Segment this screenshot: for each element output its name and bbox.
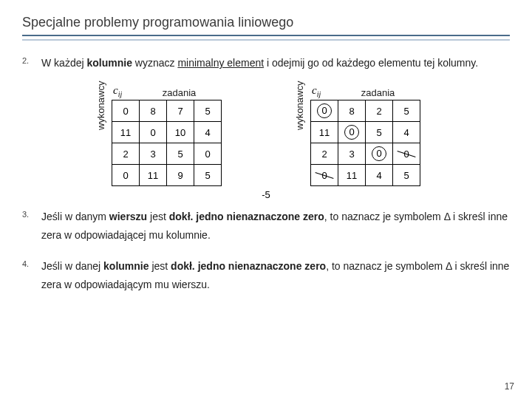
matrix-cell: 5 <box>194 165 222 186</box>
matrix-cell: 0 <box>194 143 222 165</box>
matrix-cell: 0 <box>112 165 140 186</box>
matrix-cell: 4 <box>393 122 420 143</box>
text-bold: kolumnie <box>103 260 149 272</box>
left-table-wrap: cij zadania wykonawcy 087511010423500119… <box>112 84 222 186</box>
matrix-cell: 3 <box>338 143 366 165</box>
page-title: Specjalne problemy programowania liniowe… <box>22 15 510 30</box>
matrix-cell: 0 <box>112 100 140 122</box>
matrix-cell: 5 <box>393 100 420 122</box>
matrix-cell: 2 <box>366 100 393 122</box>
matrix-cell: 5 <box>366 122 393 143</box>
circle-mark: 0 <box>317 103 332 118</box>
matrix-cell: 2 <box>311 143 338 165</box>
title-rule <box>22 35 510 41</box>
matrix-cell: 10 <box>167 122 194 143</box>
text-bold: dokł. jedno nienaznaczone zero <box>171 260 326 272</box>
matrix-cell: 4 <box>366 165 393 186</box>
matrix-cell: 0 <box>338 122 366 143</box>
circle-mark: 0 <box>372 146 386 161</box>
text-bold: dokł. jedno nienaznaczone zero <box>169 211 324 222</box>
circle-mark: 0 <box>344 125 359 140</box>
matrix-cell: 11 <box>140 165 167 186</box>
text: jest <box>147 211 169 222</box>
wykonawcy-label: wykonawcy <box>95 81 106 129</box>
cij-label: cij <box>310 84 335 98</box>
text: jest <box>149 260 171 272</box>
zadania-label: zadania <box>137 87 222 98</box>
matrix-cell: 5 <box>194 100 222 122</box>
matrix-cell: 3 <box>140 143 167 165</box>
matrix-cell: 4 <box>194 122 222 143</box>
matrix-cell: 0 <box>140 122 167 143</box>
right-table-wrap: cij zadania wykonawcy 082511054230001145 <box>310 84 420 186</box>
page-number: 17 <box>505 381 514 392</box>
matrix-cell: 5 <box>167 143 194 165</box>
column-min-label: -5 <box>22 189 510 200</box>
matrix-cell: 9 <box>167 165 194 186</box>
matrix-cell: 7 <box>167 100 194 122</box>
matrix-cell: 2 <box>112 143 140 165</box>
item-number: 2. <box>22 54 29 69</box>
text: Jeśli w danej <box>41 260 103 272</box>
matrix-cell: 11 <box>112 122 140 143</box>
matrix-cell: 0 <box>393 143 420 165</box>
matrix-cell: 5 <box>393 165 420 186</box>
list-item-2: 2. W każdej kolumnie wyznacz minimalny e… <box>22 54 510 72</box>
matrix-cell: 11 <box>338 165 366 186</box>
matrix-cell: 0 <box>366 143 393 165</box>
matrix-cell: 11 <box>311 122 338 143</box>
text: i odejmij go od każdego elementu tej kol… <box>264 57 478 69</box>
cij-label: cij <box>112 84 137 98</box>
item-number: 3. <box>22 208 29 222</box>
matrix-cell: 8 <box>338 100 366 122</box>
zadania-label: zadania <box>335 87 420 98</box>
text-bold: wierszu <box>109 211 147 222</box>
matrix-cell: 8 <box>140 100 167 122</box>
matrix-cell: 0 <box>311 165 338 186</box>
list-item-3: 3. Jeśli w danym wierszu jest dokł. jedn… <box>22 208 510 245</box>
matrix-cell: 0 <box>311 100 338 122</box>
text: W każdej <box>41 57 86 69</box>
text: wyznacz <box>132 57 177 69</box>
wykonawcy-label: wykonawcy <box>294 81 305 129</box>
left-matrix: 0875110104235001195 <box>112 100 222 186</box>
text-underline: minimalny element <box>177 57 264 69</box>
item-number: 4. <box>22 257 29 272</box>
tables-row: cij zadania wykonawcy 087511010423500119… <box>22 84 510 186</box>
list-item-4: 4. Jeśli w danej kolumnie jest dokł. jed… <box>22 257 510 294</box>
right-matrix: 082511054230001145 <box>310 100 420 186</box>
text-bold: kolumnie <box>86 57 132 69</box>
text: Jeśli w danym <box>41 211 109 222</box>
